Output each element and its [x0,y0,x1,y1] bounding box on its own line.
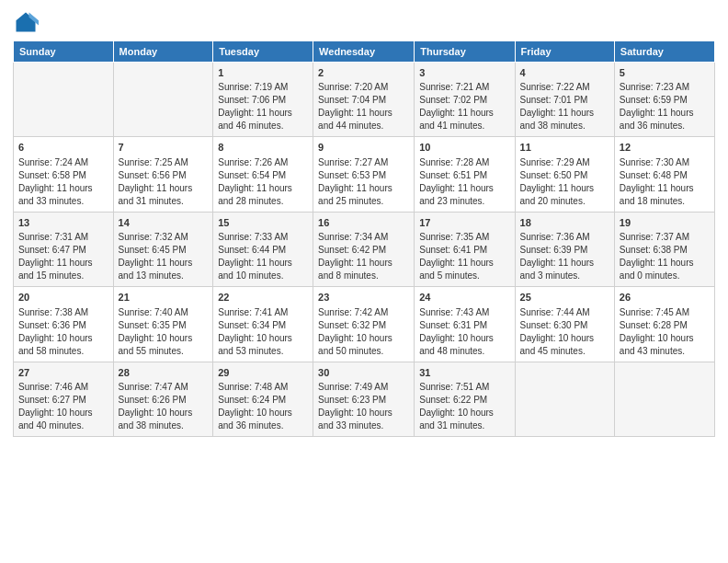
cell-4-7: 26Sunrise: 7:45 AM Sunset: 6:28 PM Dayli… [614,287,714,362]
cell-3-3: 15Sunrise: 7:33 AM Sunset: 6:44 PM Dayli… [213,212,313,286]
logo-icon [13,9,39,35]
day-number: 27 [18,366,108,380]
day-number: 30 [318,366,409,380]
page: SundayMondayTuesdayWednesdayThursdayFrid… [0,0,728,563]
cell-1-4: 2Sunrise: 7:20 AM Sunset: 7:04 PM Daylig… [313,63,415,137]
cell-3-1: 13Sunrise: 7:31 AM Sunset: 6:47 PM Dayli… [14,212,114,286]
cell-1-6: 4Sunrise: 7:22 AM Sunset: 7:01 PM Daylig… [515,63,614,137]
logo [13,9,40,35]
calendar-table: SundayMondayTuesdayWednesdayThursdayFrid… [13,40,715,437]
cell-3-6: 18Sunrise: 7:36 AM Sunset: 6:39 PM Dayli… [515,212,614,286]
cell-details: Sunrise: 7:25 AM Sunset: 6:56 PM Dayligh… [119,156,209,208]
day-number: 29 [218,366,308,380]
day-number: 21 [119,291,209,304]
col-header-saturday: Saturday [614,41,714,63]
cell-1-1 [14,63,114,137]
cell-1-7: 5Sunrise: 7:23 AM Sunset: 6:59 PM Daylig… [614,63,714,137]
cell-details: Sunrise: 7:42 AM Sunset: 6:32 PM Dayligh… [318,306,409,358]
cell-2-5: 10Sunrise: 7:28 AM Sunset: 6:51 PM Dayli… [415,137,515,212]
cell-4-1: 20Sunrise: 7:38 AM Sunset: 6:36 PM Dayli… [14,287,114,362]
cell-2-2: 7Sunrise: 7:25 AM Sunset: 6:56 PM Daylig… [113,137,213,212]
cell-details: Sunrise: 7:22 AM Sunset: 7:01 PM Dayligh… [520,81,609,132]
cell-1-3: 1Sunrise: 7:19 AM Sunset: 7:06 PM Daylig… [213,63,313,137]
cell-details: Sunrise: 7:29 AM Sunset: 6:50 PM Dayligh… [520,156,609,208]
day-number: 17 [419,216,509,230]
cell-1-2 [113,63,213,137]
cell-details: Sunrise: 7:20 AM Sunset: 7:04 PM Dayligh… [318,81,409,132]
cell-details: Sunrise: 7:44 AM Sunset: 6:30 PM Dayligh… [520,306,609,358]
cell-details: Sunrise: 7:41 AM Sunset: 6:34 PM Dayligh… [218,306,308,358]
day-number: 6 [18,141,108,155]
day-number: 2 [318,66,409,80]
cell-4-3: 22Sunrise: 7:41 AM Sunset: 6:34 PM Dayli… [213,287,313,362]
cell-2-7: 12Sunrise: 7:30 AM Sunset: 6:48 PM Dayli… [614,137,714,212]
cell-details: Sunrise: 7:24 AM Sunset: 6:58 PM Dayligh… [18,156,108,208]
week-row-5: 27Sunrise: 7:46 AM Sunset: 6:27 PM Dayli… [14,362,715,436]
cell-4-5: 24Sunrise: 7:43 AM Sunset: 6:31 PM Dayli… [415,287,515,362]
day-number: 26 [620,291,710,304]
cell-details: Sunrise: 7:32 AM Sunset: 6:45 PM Dayligh… [119,231,209,282]
day-number: 12 [620,141,710,155]
day-number: 23 [318,291,409,304]
week-row-1: 1Sunrise: 7:19 AM Sunset: 7:06 PM Daylig… [14,63,715,137]
day-number: 18 [520,216,609,230]
week-row-3: 13Sunrise: 7:31 AM Sunset: 6:47 PM Dayli… [14,212,715,286]
cell-5-1: 27Sunrise: 7:46 AM Sunset: 6:27 PM Dayli… [14,362,114,436]
day-number: 9 [318,141,409,155]
cell-details: Sunrise: 7:43 AM Sunset: 6:31 PM Dayligh… [419,306,509,358]
day-number: 11 [520,141,609,155]
cell-3-2: 14Sunrise: 7:32 AM Sunset: 6:45 PM Dayli… [113,212,213,286]
day-number: 24 [419,291,509,304]
day-number: 16 [318,216,409,230]
day-number: 8 [218,141,308,155]
cell-details: Sunrise: 7:26 AM Sunset: 6:54 PM Dayligh… [218,156,308,208]
cell-details: Sunrise: 7:28 AM Sunset: 6:51 PM Dayligh… [419,156,509,208]
col-header-wednesday: Wednesday [313,41,415,63]
day-number: 3 [419,66,509,80]
cell-3-7: 19Sunrise: 7:37 AM Sunset: 6:38 PM Dayli… [614,212,714,286]
svg-marker-0 [17,13,36,32]
cell-5-5: 31Sunrise: 7:51 AM Sunset: 6:22 PM Dayli… [415,362,515,436]
week-row-4: 20Sunrise: 7:38 AM Sunset: 6:36 PM Dayli… [14,287,715,362]
day-number: 25 [520,291,609,304]
cell-details: Sunrise: 7:21 AM Sunset: 7:02 PM Dayligh… [419,81,509,132]
header-row: SundayMondayTuesdayWednesdayThursdayFrid… [14,41,715,63]
day-number: 22 [218,291,308,304]
day-number: 13 [18,216,108,230]
cell-5-2: 28Sunrise: 7:47 AM Sunset: 6:26 PM Dayli… [113,362,213,436]
cell-details: Sunrise: 7:23 AM Sunset: 6:59 PM Dayligh… [620,81,710,132]
cell-details: Sunrise: 7:47 AM Sunset: 6:26 PM Dayligh… [119,381,209,432]
cell-1-5: 3Sunrise: 7:21 AM Sunset: 7:02 PM Daylig… [415,63,515,137]
week-row-2: 6Sunrise: 7:24 AM Sunset: 6:58 PM Daylig… [14,137,715,212]
day-number: 28 [119,366,209,380]
day-number: 15 [218,216,308,230]
day-number: 10 [419,141,509,155]
cell-details: Sunrise: 7:30 AM Sunset: 6:48 PM Dayligh… [620,156,710,208]
cell-details: Sunrise: 7:35 AM Sunset: 6:41 PM Dayligh… [419,231,509,282]
cell-details: Sunrise: 7:34 AM Sunset: 6:42 PM Dayligh… [318,231,409,282]
cell-5-3: 29Sunrise: 7:48 AM Sunset: 6:24 PM Dayli… [213,362,313,436]
cell-4-6: 25Sunrise: 7:44 AM Sunset: 6:30 PM Dayli… [515,287,614,362]
cell-details: Sunrise: 7:49 AM Sunset: 6:23 PM Dayligh… [318,381,409,432]
cell-details: Sunrise: 7:19 AM Sunset: 7:06 PM Dayligh… [218,81,308,132]
col-header-friday: Friday [515,41,614,63]
cell-details: Sunrise: 7:45 AM Sunset: 6:28 PM Dayligh… [620,306,710,358]
cell-details: Sunrise: 7:33 AM Sunset: 6:44 PM Dayligh… [218,231,308,282]
cell-details: Sunrise: 7:46 AM Sunset: 6:27 PM Dayligh… [18,381,108,432]
day-number: 7 [119,141,209,155]
cell-4-4: 23Sunrise: 7:42 AM Sunset: 6:32 PM Dayli… [313,287,415,362]
cell-details: Sunrise: 7:27 AM Sunset: 6:53 PM Dayligh… [318,156,409,208]
cell-details: Sunrise: 7:31 AM Sunset: 6:47 PM Dayligh… [18,231,108,282]
cell-5-4: 30Sunrise: 7:49 AM Sunset: 6:23 PM Dayli… [313,362,415,436]
cell-4-2: 21Sunrise: 7:40 AM Sunset: 6:35 PM Dayli… [113,287,213,362]
day-number: 1 [218,66,308,80]
day-number: 31 [419,366,509,380]
cell-details: Sunrise: 7:40 AM Sunset: 6:35 PM Dayligh… [119,306,209,358]
cell-details: Sunrise: 7:38 AM Sunset: 6:36 PM Dayligh… [18,306,108,358]
col-header-thursday: Thursday [415,41,515,63]
header [13,9,715,35]
col-header-sunday: Sunday [14,41,114,63]
cell-5-6 [515,362,614,436]
cell-2-1: 6Sunrise: 7:24 AM Sunset: 6:58 PM Daylig… [14,137,114,212]
cell-2-6: 11Sunrise: 7:29 AM Sunset: 6:50 PM Dayli… [515,137,614,212]
